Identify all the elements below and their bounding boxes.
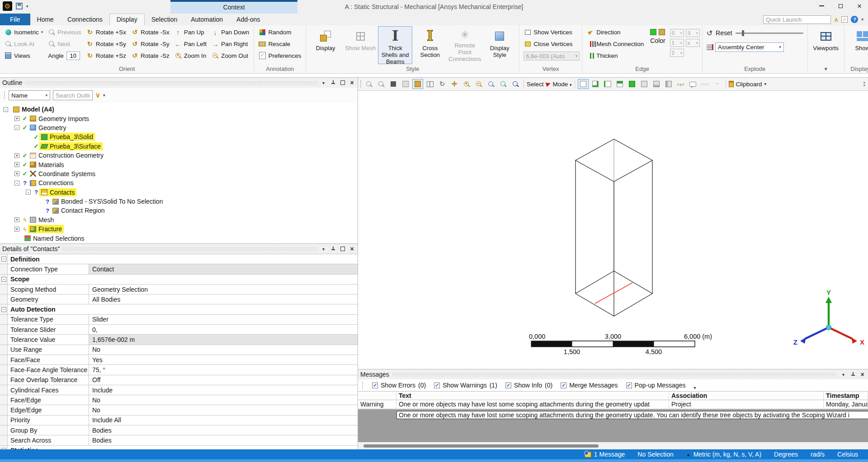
tab-automation[interactable]: Automation	[184, 14, 230, 25]
display-style-button[interactable]: Display Style	[482, 26, 517, 64]
tree-item-prueba3-solid[interactable]: Prueba_3\Solid	[0, 132, 358, 141]
pan-down-button[interactable]: Pan Down	[209, 26, 251, 38]
horizontal-scrollbar[interactable]	[358, 442, 868, 449]
tree-item-contacts[interactable]: - Contacts	[0, 188, 358, 197]
tree-expander[interactable]: +	[14, 227, 19, 232]
panel-drag-area[interactable]	[25, 81, 317, 85]
panel-menu-icon[interactable]: ▾	[320, 246, 327, 252]
Face/Edge[interactable]: − Face/Edge No	[0, 395, 358, 405]
reset-icon[interactable]: ↺	[707, 29, 712, 37]
previous-view-button[interactable]: Previous	[46, 26, 84, 38]
Scoping Method[interactable]: − Scoping Method Geometry Selection	[0, 285, 358, 294]
tree-item-model[interactable]: - Model (A4)	[0, 105, 358, 114]
search-expand-icon[interactable]: ∨	[95, 91, 100, 99]
filter-show-info[interactable]: Show Info (0)	[505, 382, 552, 389]
status-angular-velocity-unit[interactable]: rad/s	[811, 451, 825, 458]
save-icon[interactable]	[16, 3, 23, 9]
Tolerance Slider[interactable]: − Tolerance Slider 0,	[0, 325, 358, 335]
viewport-layout-icon[interactable]	[425, 79, 435, 89]
extend-to-limits-icon[interactable]	[663, 79, 674, 89]
select-edge-icon[interactable]	[602, 79, 613, 89]
thick-shells-and-beams-button[interactable]: Thick Shells and Beams	[378, 26, 412, 64]
collapse-ribbon-icon[interactable]: ∧	[834, 16, 839, 23]
rotate-minus-sy-button[interactable]: Rotate -Sy	[129, 38, 172, 50]
group-collapse-icon[interactable]: −	[1, 277, 6, 282]
Priority[interactable]: − Priority Include All	[0, 415, 358, 425]
search-outline-input[interactable]	[53, 90, 93, 100]
panel-maximize-icon[interactable]	[339, 246, 346, 252]
reset-button[interactable]: Reset	[716, 29, 732, 37]
panel-drag-area[interactable]	[62, 247, 317, 251]
tree-expander[interactable]: -	[26, 190, 31, 195]
edge-id-chip[interactable]: x▾	[686, 39, 700, 47]
mode-dropdown[interactable]: Mode ▾	[553, 81, 572, 88]
tab-connections[interactable]: Connections	[61, 14, 109, 25]
restore-button[interactable]	[835, 1, 846, 10]
tree-expander[interactable]: +	[14, 171, 19, 176]
tree-item-geometry[interactable]: - Geometry	[0, 123, 358, 132]
panel-close-icon[interactable]: ×	[349, 246, 355, 252]
Face Overlap Tolerance[interactable]: − Face Overlap Tolerance Off	[0, 375, 358, 385]
mesh-connection-button[interactable]: Mesh Connection	[585, 38, 646, 50]
status-temperature-unit[interactable]: Celsius	[837, 451, 858, 458]
viewports-button[interactable]: Viewports	[810, 26, 842, 64]
tree-item-coordinate-systems[interactable]: + Coordinate Systems	[0, 169, 358, 178]
explode-slider[interactable]	[736, 33, 803, 34]
column-header-association[interactable]: Association	[669, 392, 824, 400]
remote-point-connections-button[interactable]: Remote Point Connections	[448, 26, 482, 64]
edge-color-swatch-green[interactable]	[650, 29, 656, 35]
measure-graph-icon[interactable]	[712, 79, 723, 89]
Tolerance Value[interactable]: − Tolerance Value 1,6576e-002 m	[0, 335, 358, 345]
tree-expander[interactable]: +	[14, 217, 19, 222]
select-by-coordinates-icon[interactable]	[675, 79, 686, 89]
panel-drag-area[interactable]	[392, 373, 837, 377]
geometry-wireframe[interactable]	[576, 139, 652, 316]
toolbar-overflow-icon[interactable]: ▾▾	[863, 81, 866, 87]
Geometry[interactable]: − Geometry All Bodies	[0, 294, 358, 304]
isometric-button[interactable]: Isometric▾	[2, 26, 45, 38]
panel-menu-icon[interactable]: ▾	[840, 371, 847, 378]
rotate-minus-sx-button[interactable]: Rotate -Sx	[129, 26, 172, 38]
panel-menu-icon[interactable]: ▾	[320, 79, 327, 86]
context-tab[interactable]: Context	[170, 0, 297, 14]
quick-launch-input[interactable]	[763, 15, 831, 24]
tree-expander[interactable]: +	[14, 153, 19, 158]
tree-item-prueba3-surface[interactable]: Prueba_3\Surface	[0, 142, 358, 151]
select-vertex-icon[interactable]	[590, 79, 601, 89]
look-at-button[interactable]: Look At▾	[2, 38, 45, 50]
status-units[interactable]: ▲ Metric (m, kg, N, s, V, A)	[686, 451, 761, 458]
edit-preferences-icon[interactable]: ✓	[841, 16, 848, 23]
tree-item-materials[interactable]: + Materials	[0, 160, 358, 169]
status-angle-unit[interactable]: Degrees	[774, 451, 798, 458]
zoom-magnifier-icon[interactable]	[510, 79, 521, 89]
tree-item-contact-region[interactable]: Contact Region	[0, 206, 358, 215]
direction-button[interactable]: Direction	[585, 26, 646, 38]
zoom-in-button[interactable]: Zoom In	[172, 50, 209, 61]
panel-close-icon[interactable]: ×	[349, 79, 355, 86]
clipboard-dropdown[interactable]: Clipboard ▾	[729, 81, 766, 88]
tree-item-named-selections[interactable]: Named Selections	[0, 233, 358, 243]
edge-id-chip[interactable]: 2▾	[670, 49, 684, 57]
zoom-in-icon[interactable]	[461, 79, 472, 89]
edge-color-swatch-gold[interactable]	[659, 29, 665, 35]
rotate-minus-sz-button[interactable]: Rotate -Sz	[129, 50, 172, 61]
chevron-down-icon[interactable]: ▾	[103, 93, 105, 98]
view-cube-dark-icon[interactable]	[388, 79, 399, 89]
filter-show-errors[interactable]: Show Errors (0)	[372, 382, 426, 389]
Definition[interactable]: − Definition	[0, 254, 358, 264]
column-header-text[interactable]: Text	[396, 392, 669, 400]
zoom-fit-icon[interactable]	[498, 79, 509, 89]
Search Across[interactable]: − Search Across Bodies	[0, 435, 358, 445]
Auto Detection[interactable]: − Auto Detection	[0, 304, 358, 314]
filter-show-warnings[interactable]: Show Warnings (1)	[434, 382, 497, 389]
angle-input[interactable]	[66, 51, 80, 60]
panel-close-icon[interactable]: ×	[859, 371, 866, 378]
tree-expander[interactable]: -	[14, 125, 19, 130]
view-cube-light-icon[interactable]	[400, 79, 411, 89]
pan-right-button[interactable]: Pan Right	[209, 38, 251, 50]
rescale-annotation-button[interactable]: Rescale	[256, 38, 303, 50]
app-gear-icon[interactable]: ⚙	[3, 1, 12, 11]
tab-selection[interactable]: Selection	[145, 14, 184, 25]
minimize-button[interactable]	[816, 1, 827, 10]
scrollbar-thumb[interactable]	[363, 444, 599, 448]
